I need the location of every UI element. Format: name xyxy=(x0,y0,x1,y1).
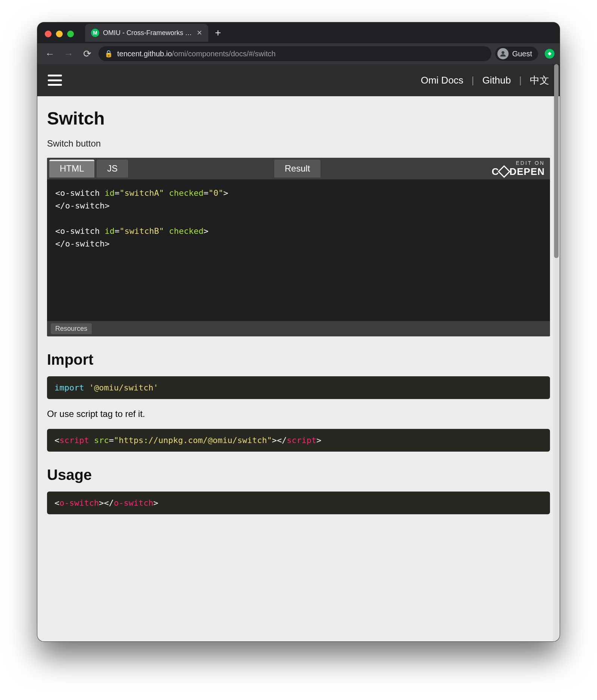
codepen-edit-link[interactable]: EDIT ON CDEPEN xyxy=(492,160,545,178)
lock-icon: 🔒 xyxy=(104,50,113,58)
link-github[interactable]: Github xyxy=(482,75,511,86)
new-tab-button[interactable]: + xyxy=(208,27,228,39)
url-host: tencent.github.io xyxy=(117,50,172,58)
page-subtitle: Switch button xyxy=(47,138,550,149)
page-viewport: Omi Docs | Github | 中文 Switch Switch but… xyxy=(37,64,560,641)
codepen-tab-result[interactable]: Result xyxy=(274,160,321,178)
scrollbar-thumb[interactable] xyxy=(554,64,559,258)
separator: | xyxy=(519,75,522,86)
link-omi-docs[interactable]: Omi Docs xyxy=(421,75,463,86)
codepen-edit-on-label: EDIT ON xyxy=(492,160,545,166)
page-scrollbar[interactable] xyxy=(553,64,560,641)
browser-tab-active[interactable]: M OMIU - Cross-Frameworks UI F ✕ xyxy=(85,24,208,42)
codepen-resources-button[interactable]: Resources xyxy=(51,323,92,334)
nav-forward-button[interactable]: → xyxy=(61,46,76,61)
separator: | xyxy=(472,75,474,86)
window-maximize-button[interactable] xyxy=(67,31,74,37)
codepen-embed: HTML JS Result EDIT ON CDEPEN <o-switch … xyxy=(47,158,550,336)
codepen-tab-js[interactable]: JS xyxy=(97,160,128,178)
extension-icon[interactable] xyxy=(545,49,554,59)
section-usage-heading: Usage xyxy=(47,467,550,483)
tab-favicon-icon: M xyxy=(91,29,99,37)
address-bar[interactable]: 🔒 tencent.github.io/omi/components/docs/… xyxy=(99,46,491,61)
svg-point-0 xyxy=(501,51,504,54)
menu-icon[interactable] xyxy=(48,75,62,86)
window-titlebar: M OMIU - Cross-Frameworks UI F ✕ + xyxy=(37,22,560,43)
browser-toolbar: ← → ⟳ 🔒 tencent.github.io/omi/components… xyxy=(37,43,560,64)
profile-label: Guest xyxy=(512,50,532,58)
url-path: /omi/components/docs/#/switch xyxy=(172,50,276,58)
traffic-lights xyxy=(45,31,74,37)
profile-chip[interactable]: Guest xyxy=(495,47,538,61)
header-links: Omi Docs | Github | 中文 xyxy=(421,74,549,87)
link-language[interactable]: 中文 xyxy=(530,74,549,87)
codepen-logo-icon xyxy=(498,165,510,178)
site-header: Omi Docs | Github | 中文 xyxy=(37,64,560,96)
browser-tabstrip: M OMIU - Cross-Frameworks UI F ✕ + xyxy=(85,22,228,43)
window-close-button[interactable] xyxy=(45,31,51,37)
page-title: Switch xyxy=(47,108,550,129)
browser-window: M OMIU - Cross-Frameworks UI F ✕ + ← → ⟳… xyxy=(37,22,560,641)
code-import[interactable]: import '@omiu/switch' xyxy=(47,376,550,399)
tab-close-icon[interactable]: ✕ xyxy=(197,29,202,37)
section-import-heading: Import xyxy=(47,351,550,368)
import-or-text: Or use script tag to ref it. xyxy=(47,409,550,419)
codepen-code-panel[interactable]: <o-switch id="switchA" checked="0"> </o-… xyxy=(47,179,550,321)
nav-back-button[interactable]: ← xyxy=(43,46,57,61)
avatar-icon xyxy=(497,48,509,59)
window-minimize-button[interactable] xyxy=(56,31,63,37)
page-content: Switch Switch button HTML JS Result EDIT… xyxy=(37,96,560,529)
nav-reload-button[interactable]: ⟳ xyxy=(80,46,95,61)
tab-title: OMIU - Cross-Frameworks UI F xyxy=(103,29,193,37)
codepen-logo: CDEPEN xyxy=(492,166,545,178)
codepen-footer: Resources xyxy=(47,321,550,336)
code-script-tag[interactable]: <script src="https://unpkg.com/@omiu/swi… xyxy=(47,429,550,452)
codepen-tabs: HTML JS Result EDIT ON CDEPEN xyxy=(47,158,550,179)
codepen-tab-html[interactable]: HTML xyxy=(49,160,94,178)
code-usage[interactable]: <o-switch></o-switch> xyxy=(47,492,550,514)
